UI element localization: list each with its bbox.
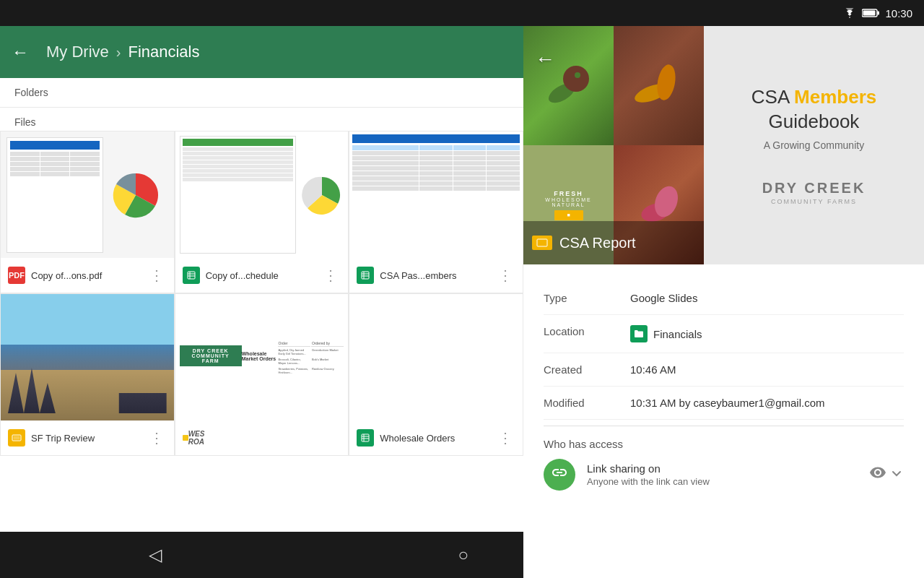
who-access-label: Who has access (544, 438, 904, 450)
file-cell-csa-pass[interactable]: CSA Pas...embers ⋮ (349, 131, 523, 293)
status-bar: 10:30 (0, 0, 924, 26)
file-thumb-csa-pass (349, 131, 523, 258)
file-icon-sheets-2 (357, 267, 374, 284)
breadcrumb-financials[interactable]: Financials (128, 43, 199, 61)
yellow-badge: ■ (554, 210, 583, 220)
main-content-area: Folders Files (0, 78, 523, 578)
file-name-sf-trip: SF Trip Review (31, 433, 147, 444)
pie-chart-2 (300, 173, 344, 217)
divider (544, 426, 904, 426)
access-subtitle: Anyone with the link can view (587, 476, 858, 487)
file-thumb-copy-ons (1, 131, 174, 258)
csa-title-overlay: CSA Report (523, 221, 704, 264)
breadcrumb-separator: › (116, 44, 121, 61)
file-thumb-sf-trip (1, 294, 174, 420)
csa-slides-icon (532, 236, 552, 250)
file-more-sf-trip[interactable]: ⋮ (147, 429, 167, 447)
modified-value: 10:31 AM by caseybaumer1@gmail.com (630, 397, 825, 409)
wifi-icon (843, 8, 856, 18)
file-thumb-dry-creek: DRY CREEK COMMUNITY FARM Wholesale Marke… (175, 294, 349, 420)
file-cell-wholesale[interactable]: Wholesale Orders ⋮ (349, 293, 523, 456)
image-back-button[interactable]: ← (535, 48, 555, 71)
type-label: Type (544, 292, 630, 304)
files-grid: PDF Copy of...ons.pdf ⋮ (0, 131, 523, 456)
nav-home-button[interactable]: ○ (458, 545, 469, 565)
csa-title-text: CSA Report (559, 235, 636, 251)
svg-point-21 (575, 72, 580, 78)
access-controls (869, 464, 904, 486)
access-text: Link sharing on Anyone with the link can… (587, 462, 858, 487)
veg-top-left (523, 26, 614, 145)
veg-top-right (614, 26, 704, 145)
type-row: Type Google Slides (544, 282, 904, 315)
folders-section-header: Folders (0, 78, 523, 108)
file-icon-pdf: PDF (8, 267, 25, 284)
svg-rect-9 (362, 272, 369, 279)
svg-rect-2 (863, 11, 876, 16)
file-cell-copy-schedule[interactable]: Copy of...chedule ⋮ (175, 131, 349, 293)
access-title: Link sharing on (587, 462, 858, 475)
file-footer-csa-pass: CSA Pas...embers ⋮ (349, 258, 523, 293)
file-icon-sheets-wholesale (357, 429, 374, 447)
guidebook-subtitle: A Growing Community (764, 139, 864, 151)
file-footer-copy-ons: PDF Copy of...ons.pdf ⋮ (1, 258, 174, 293)
location-row: Location Financials (544, 315, 904, 353)
file-more-csa-pass[interactable]: ⋮ (495, 267, 515, 284)
dry-creek-logo: DRY CREEK COMMUNITY FARMS (762, 180, 866, 205)
breadcrumb-my-drive[interactable]: My Drive (46, 43, 109, 61)
top-navigation-bar: ← My Drive › Financials (0, 26, 523, 78)
file-name-csa-pass: CSA Pas...embers (380, 270, 495, 281)
svg-rect-26 (537, 239, 547, 246)
svg-rect-15 (362, 434, 369, 441)
status-time: 10:30 (885, 7, 912, 20)
overlay-panel: FRESH WHOLESOME NATURAL ■ ← (523, 26, 924, 578)
file-cell-sf-trip[interactable]: SF Trip Review ⋮ (0, 293, 175, 456)
file-thumb-copy-schedule (175, 131, 349, 258)
file-more-wholesale[interactable]: ⋮ (495, 429, 515, 447)
svg-rect-1 (878, 12, 880, 15)
type-value: Google Slides (630, 292, 697, 304)
created-row: Created 10:46 AM (544, 353, 904, 387)
vegetable-grid: FRESH WHOLESOME NATURAL ■ ← (523, 26, 704, 264)
link-icon-circle (544, 459, 575, 491)
file-footer-sf-trip: SF Trip Review ⋮ (1, 420, 174, 455)
file-name-copy-schedule: Copy of...chedule (206, 270, 321, 281)
file-more-copy-schedule[interactable]: ⋮ (321, 267, 341, 284)
file-icon-sheets-1 (183, 267, 200, 284)
link-icon (551, 464, 568, 486)
modified-label: Modified (544, 397, 630, 409)
svg-rect-14 (14, 436, 20, 440)
eye-icon[interactable] (869, 464, 886, 486)
chevron-down-icon[interactable] (889, 466, 904, 484)
svg-rect-5 (188, 272, 195, 279)
guidebook-panel: CSA Members Guidebook A Growing Communit… (704, 26, 924, 264)
modified-row: Modified 10:31 AM by caseybaumer1@gmail.… (544, 387, 904, 420)
file-footer-dry-creek: WES ROA (175, 420, 349, 455)
file-cell-dry-creek[interactable]: DRY CREEK COMMUNITY FARM Wholesale Marke… (175, 293, 349, 456)
file-name-copy-ons: Copy of...ons.pdf (31, 270, 147, 281)
file-icon-west-roa: WES ROA (188, 429, 206, 447)
created-label: Created (544, 363, 630, 376)
file-more-copy-ons[interactable]: ⋮ (147, 267, 167, 284)
images-area: FRESH WHOLESOME NATURAL ■ ← (523, 26, 924, 264)
back-button[interactable]: ← (12, 42, 29, 62)
file-icon-slides-sf (8, 429, 25, 447)
pie-chart-1 (110, 170, 161, 220)
breadcrumb: My Drive › Financials (46, 43, 200, 61)
access-row: Link sharing on Anyone with the link can… (544, 459, 904, 491)
file-name-wholesale: Wholesale Orders (380, 433, 495, 444)
details-panel: Type Google Slides Location Financials C… (523, 264, 924, 578)
file-thumb-wholesale (349, 294, 523, 420)
files-section-header: Files (0, 108, 523, 131)
file-footer-copy-schedule: Copy of...chedule ⋮ (175, 258, 349, 293)
svg-point-20 (563, 66, 589, 92)
guidebook-title: CSA Members Guidebook (718, 85, 910, 134)
location-value: Financials (630, 325, 702, 342)
created-value: 10:46 AM (630, 363, 676, 376)
nav-back-button[interactable]: ◁ (149, 545, 162, 565)
location-folder-icon (630, 325, 648, 342)
file-cell-copy-ons[interactable]: PDF Copy of...ons.pdf ⋮ (0, 131, 175, 293)
battery-icon (862, 8, 879, 18)
location-label: Location (544, 325, 630, 337)
file-footer-wholesale: Wholesale Orders ⋮ (349, 420, 523, 455)
